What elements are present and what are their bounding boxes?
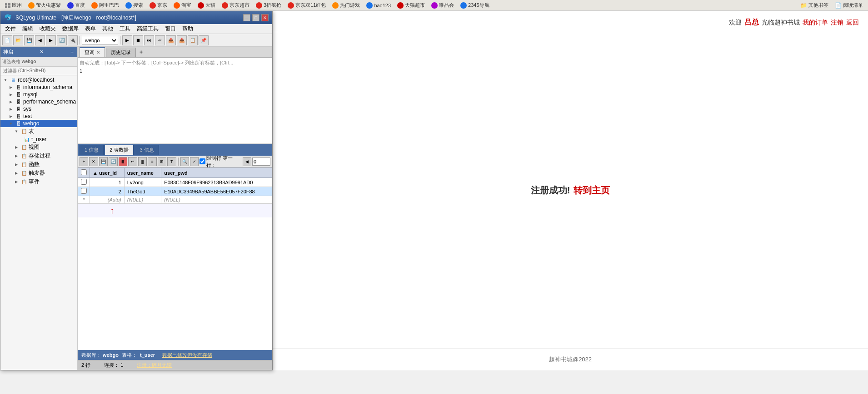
result-save[interactable]: 💾 [99, 157, 108, 166]
toolbar-execute-all[interactable]: ⏭ [144, 35, 154, 45]
toolbar-paste[interactable]: 📌 [199, 35, 209, 45]
result-add[interactable]: + [80, 157, 88, 166]
result-clear[interactable]: 🗑 [119, 157, 127, 166]
bookmark-2345[interactable]: 2345导航 [459, 2, 490, 9]
bookmark-alibaba[interactable]: 阿里巴巴 [90, 2, 120, 9]
row-checkbox-2[interactable] [78, 187, 90, 196]
tree-procs-folder[interactable]: ▶ 📋 存储过程 [0, 152, 77, 160]
add-tab-btn[interactable]: + [137, 49, 145, 55]
toolbar-copy[interactable]: 📋 [188, 35, 198, 45]
my-order-link[interactable]: 我的订单 [803, 19, 828, 27]
bookmark-tmcs[interactable]: 天猫超市 [396, 2, 426, 9]
redirect-link[interactable]: 转到主页 [574, 184, 610, 197]
toolbar-forward[interactable]: ▶ [46, 35, 56, 45]
left-panel-close[interactable]: ✕ [40, 49, 44, 55]
unsaved-link[interactable]: 数据已修改但没有存储 [162, 352, 212, 359]
result-tab-3[interactable]: 3 信息 [135, 145, 159, 155]
tree-events-folder[interactable]: ▶ 📋 事件 [0, 177, 77, 186]
tree-db-sys[interactable]: ▶ 🗄 sys [0, 105, 77, 113]
tree-triggers-folder[interactable]: ▶ 📋 触发器 [0, 169, 77, 177]
tab-query[interactable]: 查询 ✕ [80, 47, 105, 57]
toolbar-execute-line[interactable]: ↵ [155, 35, 165, 45]
tree-db-info[interactable]: ▶ 🗄 information_schema [0, 84, 77, 91]
result-filter[interactable]: 🔍 [180, 157, 189, 166]
row-name-2[interactable]: TheGod [124, 187, 161, 196]
menu-edit[interactable]: 编辑 [20, 24, 36, 34]
bookmark-vip[interactable]: 唯品会 [430, 2, 455, 9]
limit-checkbox-input[interactable] [200, 158, 205, 164]
bookmark-baidu[interactable]: 百度 [66, 2, 86, 9]
toolbar-open[interactable]: 📂 [13, 35, 23, 45]
result-cols[interactable]: ||| [138, 157, 147, 166]
tree-views-folder[interactable]: ▶ 📋 视图 [0, 143, 77, 152]
table-row-new[interactable]: * (Auto) (NULL) (NULL) [78, 196, 272, 204]
toolbar-new[interactable]: 📄 [2, 35, 12, 45]
toolbar-back[interactable]: ◀ [35, 35, 45, 45]
menu-help[interactable]: 帮助 [180, 24, 196, 34]
tree-db-mysql[interactable]: ▶ 🗄 mysql [0, 91, 77, 98]
result-grid[interactable]: ⊞ [158, 157, 166, 166]
menu-tools[interactable]: 工具 [117, 24, 133, 34]
close-button[interactable]: ✕ [261, 14, 269, 21]
row-pwd-2[interactable]: E10ADC3949BA59ABBE56E057F20F88 [161, 187, 272, 196]
limit-row-checkbox[interactable]: 限制行 第一行： [200, 155, 241, 168]
menu-database[interactable]: 数据库 [60, 24, 81, 34]
tree-table-tuser[interactable]: 📊 t_user [0, 136, 77, 143]
row-checkbox-1[interactable] [78, 178, 90, 187]
result-tab-1[interactable]: 1 信息 [80, 145, 104, 155]
maximize-button[interactable]: □ [252, 14, 259, 21]
tree-funcs-folder[interactable]: ▶ 📋 函数 [0, 160, 77, 169]
bookmark-others[interactable]: 📁 其他书签 [799, 2, 830, 9]
result-check[interactable]: ✓ [190, 157, 199, 166]
row-pwd-1[interactable]: E083C148F09F9962313B8AD9991AD0 [161, 178, 272, 187]
table-row[interactable]: 2 TheGod E10ADC3949BA59ABBE56E057F20F88 [78, 187, 272, 196]
tree-server[interactable]: ▼ 🖥 root@localhost [0, 76, 77, 84]
bookmark-jdcs[interactable]: 京东超市 [220, 2, 251, 9]
toolbar-import[interactable]: 📥 [177, 35, 187, 45]
select-all-checkbox[interactable] [81, 169, 87, 175]
bookmark-apps[interactable]: 应用 [4, 2, 23, 9]
bookmark-hotgame[interactable]: 热门游戏 [331, 2, 361, 9]
left-panel-add[interactable]: ＋ [70, 49, 75, 55]
menu-advanced[interactable]: 高级工具 [134, 24, 161, 34]
tree-db-perf[interactable]: ▶ 🗄 performance_schema [0, 98, 77, 105]
menu-window[interactable]: 窗口 [162, 24, 179, 34]
tab-query-close[interactable]: ✕ [96, 50, 100, 55]
result-text[interactable]: T [167, 157, 176, 166]
tree-db-webgo[interactable]: ▼ 🗄 webgo [0, 120, 77, 127]
bookmark-huiju[interactable]: 萤火虫惠聚 [27, 2, 62, 9]
bookmark-3zhe[interactable]: 3折疯抢 [254, 2, 283, 9]
toolbar-stop[interactable]: ⏹ [133, 35, 143, 45]
bookmark-taobao[interactable]: 淘宝 [172, 2, 193, 9]
menu-file[interactable]: 文件 [2, 24, 19, 34]
toolbar-export[interactable]: 📤 [166, 35, 176, 45]
result-refresh[interactable]: 🔄 [109, 157, 117, 166]
menu-favorites[interactable]: 收藏夹 [37, 24, 59, 34]
bookmark-tianmao[interactable]: 天猫 [196, 2, 217, 9]
result-tab-2[interactable]: 2 表数据 [105, 145, 134, 155]
result-rows[interactable]: ≡ [148, 157, 156, 166]
minimize-button[interactable]: ─ [243, 14, 250, 21]
bookmark-readlist[interactable]: 📄 阅读清单 [833, 2, 864, 9]
row-name-1[interactable]: Lv2ong [124, 178, 161, 187]
table-row[interactable]: 1 Lv2ong E083C148F09F9962313B8AD9991AD0 [78, 178, 272, 187]
bookmark-jd11[interactable]: 京东双11红包 [286, 2, 327, 9]
database-selector[interactable]: webgo [82, 36, 118, 45]
bookmark-hao123[interactable]: hao123 [365, 2, 392, 9]
menu-other[interactable]: 其他 [100, 24, 116, 34]
result-delete[interactable]: ✕ [89, 157, 98, 166]
toolbar-query[interactable]: ▶ [122, 35, 132, 45]
result-prev[interactable]: ◀ [243, 157, 251, 166]
logout-link[interactable]: 注销 [831, 19, 843, 27]
toolbar-refresh[interactable]: 🔄 [57, 35, 67, 45]
menu-table[interactable]: 表单 [82, 24, 99, 34]
tab-history[interactable]: 历史记录 [106, 48, 136, 57]
back-link[interactable]: 返回 [846, 19, 859, 27]
query-area[interactable]: 自动完成：[Tab]-> 下一个标签，[Ctrl+Space]-> 列出所有标签… [78, 58, 272, 144]
register-link[interactable]: 注册：碎月无晴 [137, 362, 172, 369]
bookmark-search[interactable]: 搜索 [124, 2, 145, 9]
result-undo[interactable]: ↩ [128, 157, 137, 166]
toolbar-save[interactable]: 💾 [24, 35, 34, 45]
bookmark-jd[interactable]: 京东 [148, 2, 169, 9]
limit-start-input[interactable] [252, 158, 270, 166]
